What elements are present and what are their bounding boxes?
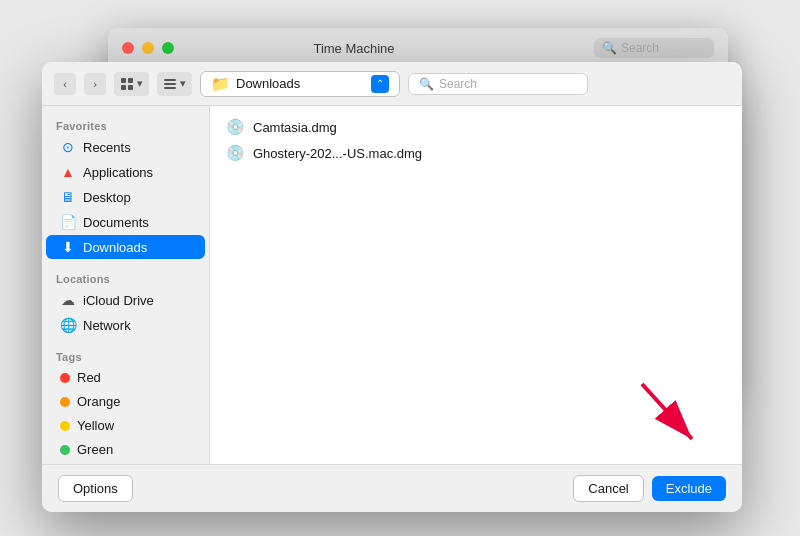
file-list: 💿 Camtasia.dmg 💿 Ghostery-202...-US.mac.… <box>210 106 742 464</box>
red-tag-dot <box>60 373 70 383</box>
sidebar-item-recents[interactable]: ⊙ Recents <box>46 135 205 159</box>
sidebar-item-applications[interactable]: ▲ Applications <box>46 160 205 184</box>
back-button[interactable]: ‹ <box>54 73 76 95</box>
sidebar-item-tag-yellow[interactable]: Yellow <box>46 414 205 437</box>
sidebar-item-label: Documents <box>83 215 149 230</box>
search-icon: 🔍 <box>602 41 617 55</box>
sidebar-item-label: Downloads <box>83 240 147 255</box>
svg-rect-2 <box>121 85 126 90</box>
downloads-icon: ⬇ <box>60 239 76 255</box>
icon-view-button[interactable]: ▾ <box>114 72 149 96</box>
sidebar-item-tag-orange[interactable]: Orange <box>46 390 205 413</box>
file-item[interactable]: 💿 Ghostery-202...-US.mac.dmg <box>218 140 734 166</box>
file-name: Camtasia.dmg <box>253 120 337 135</box>
tag-label: Red <box>77 370 101 385</box>
sidebar-item-network[interactable]: 🌐 Network <box>46 313 205 337</box>
icloud-icon: ☁ <box>60 292 76 308</box>
svg-rect-1 <box>128 78 133 83</box>
sidebar-item-label: Network <box>83 318 131 333</box>
yellow-tag-dot <box>60 421 70 431</box>
outer-search-placeholder: Search <box>621 41 659 55</box>
svg-rect-4 <box>164 79 176 81</box>
network-icon: 🌐 <box>60 317 76 333</box>
dialog-footer: Options Cancel Exclude <box>42 464 742 512</box>
cancel-button[interactable]: Cancel <box>573 475 643 502</box>
outer-window-title: Time Machine <box>122 41 586 56</box>
list-view-icon <box>163 77 177 91</box>
search-field[interactable]: 🔍 Search <box>408 73 588 95</box>
documents-icon: 📄 <box>60 214 76 230</box>
dmg-icon: 💿 <box>226 144 245 162</box>
file-item[interactable]: 💿 Camtasia.dmg <box>218 114 734 140</box>
icon-view-icon <box>120 77 134 91</box>
exclude-button[interactable]: Exclude <box>652 476 726 501</box>
sidebar-item-label: Recents <box>83 140 131 155</box>
svg-rect-6 <box>164 87 176 89</box>
file-name: Ghostery-202...-US.mac.dmg <box>253 146 422 161</box>
tags-label: Tags <box>42 345 209 365</box>
icon-view-chevron: ▾ <box>137 77 143 90</box>
search-icon: 🔍 <box>419 77 434 91</box>
search-placeholder: Search <box>439 77 477 91</box>
applications-icon: ▲ <box>60 164 76 180</box>
location-chevron: ⌃ <box>371 75 389 93</box>
svg-rect-5 <box>164 83 176 85</box>
sidebar-item-label: Desktop <box>83 190 131 205</box>
svg-rect-0 <box>121 78 126 83</box>
svg-rect-3 <box>128 85 133 90</box>
tag-label: Green <box>77 442 113 457</box>
recents-icon: ⊙ <box>60 139 76 155</box>
forward-button[interactable]: › <box>84 73 106 95</box>
outer-search-bar[interactable]: 🔍 Search <box>594 38 714 58</box>
dmg-icon: 💿 <box>226 118 245 136</box>
sidebar: Favorites ⊙ Recents ▲ Applications 🖥 Des… <box>42 106 210 464</box>
orange-tag-dot <box>60 397 70 407</box>
tag-label: Yellow <box>77 418 114 433</box>
dialog-body: Favorites ⊙ Recents ▲ Applications 🖥 Des… <box>42 106 742 464</box>
list-view-chevron: ▾ <box>180 77 186 90</box>
sidebar-item-downloads[interactable]: ⬇ Downloads <box>46 235 205 259</box>
sidebar-item-tag-green[interactable]: Green <box>46 438 205 461</box>
favorites-label: Favorites <box>42 114 209 134</box>
location-label: Downloads <box>236 76 300 91</box>
list-view-button[interactable]: ▾ <box>157 72 192 96</box>
sidebar-item-label: iCloud Drive <box>83 293 154 308</box>
desktop-icon: 🖥 <box>60 189 76 205</box>
folder-icon: 📁 <box>211 75 230 93</box>
green-tag-dot <box>60 445 70 455</box>
sidebar-item-desktop[interactable]: 🖥 Desktop <box>46 185 205 209</box>
file-dialog: ‹ › ▾ ▾ 📁 Downloads ⌃ 🔍 <box>42 62 742 512</box>
location-pill[interactable]: 📁 Downloads ⌃ <box>200 71 400 97</box>
locations-label: Locations <box>42 267 209 287</box>
tag-label: Orange <box>77 394 120 409</box>
dialog-toolbar: ‹ › ▾ ▾ 📁 Downloads ⌃ 🔍 <box>42 62 742 106</box>
options-button[interactable]: Options <box>58 475 133 502</box>
sidebar-item-documents[interactable]: 📄 Documents <box>46 210 205 234</box>
sidebar-item-label: Applications <box>83 165 153 180</box>
sidebar-item-icloud[interactable]: ☁ iCloud Drive <box>46 288 205 312</box>
sidebar-item-tag-red[interactable]: Red <box>46 366 205 389</box>
